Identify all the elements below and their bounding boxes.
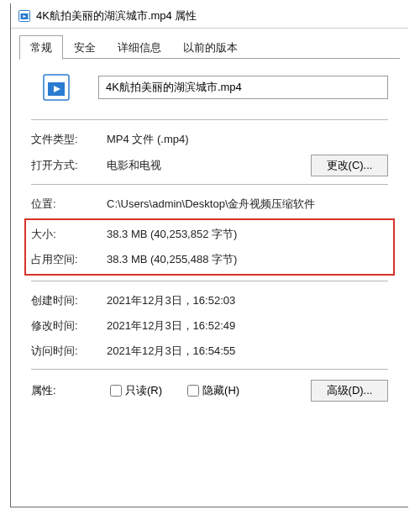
tab-previous-versions[interactable]: 以前的版本	[172, 35, 249, 59]
hidden-checkbox-label: 隐藏(H)	[202, 383, 239, 398]
filename-input[interactable]	[98, 76, 388, 99]
advanced-button[interactable]: 高级(D)...	[311, 380, 388, 402]
separator	[31, 281, 388, 281]
label-size: 大小:	[31, 227, 107, 242]
tab-general[interactable]: 常规	[19, 35, 63, 60]
value-size-on-disk: 38.3 MB (40,255,488 字节)	[107, 252, 388, 267]
label-accessed: 访问时间:	[31, 344, 107, 359]
value-file-type: MP4 文件 (.mp4)	[107, 132, 388, 147]
tab-strip: 常规 安全 详细信息 以前的版本	[11, 32, 408, 59]
label-opens-with: 打开方式:	[31, 158, 107, 173]
value-opens-with: 电影和电视	[107, 158, 304, 173]
value-created: 2021年12月3日，16:52:03	[107, 293, 388, 308]
value-accessed: 2021年12月3日，16:54:55	[107, 344, 388, 359]
hidden-checkbox-input[interactable]	[187, 385, 199, 397]
readonly-checkbox-label: 只读(R)	[125, 383, 162, 398]
video-file-icon	[18, 9, 31, 23]
value-location: C:\Users\admin\Desktop\金舟视频压缩软件	[107, 197, 388, 212]
file-type-icon	[31, 72, 81, 102]
hidden-checkbox[interactable]: 隐藏(H)	[187, 383, 239, 398]
tab-panel-general: 文件类型: MP4 文件 (.mp4) 打开方式: 电影和电视 更改(C)...…	[19, 59, 400, 500]
readonly-checkbox-input[interactable]	[110, 385, 122, 397]
separator	[31, 369, 388, 370]
label-file-type: 文件类型:	[31, 132, 107, 147]
separator	[31, 184, 388, 185]
readonly-checkbox[interactable]: 只读(R)	[110, 383, 162, 398]
titlebar: 4K航拍美丽的湖滨城市.mp4 属性	[11, 3, 408, 29]
tab-details[interactable]: 详细信息	[107, 35, 172, 59]
label-location: 位置:	[31, 197, 107, 212]
change-button[interactable]: 更改(C)...	[311, 155, 388, 176]
separator	[31, 119, 388, 120]
size-highlight-annotation: 大小: 38.3 MB (40,253,852 字节) 占用空间: 38.3 M…	[24, 218, 395, 276]
label-modified: 修改时间:	[31, 318, 107, 334]
value-modified: 2021年12月3日，16:52:49	[107, 318, 388, 334]
label-created: 创建时间:	[31, 293, 107, 308]
value-size: 38.3 MB (40,253,852 字节)	[107, 227, 388, 242]
properties-dialog: 4K航拍美丽的湖滨城市.mp4 属性 常规 安全 详细信息 以前的版本	[10, 3, 408, 507]
tab-security[interactable]: 安全	[63, 35, 107, 59]
window-title: 4K航拍美丽的湖滨城市.mp4 属性	[36, 8, 197, 24]
label-attributes: 属性:	[31, 383, 102, 398]
label-size-on-disk: 占用空间:	[31, 252, 107, 267]
